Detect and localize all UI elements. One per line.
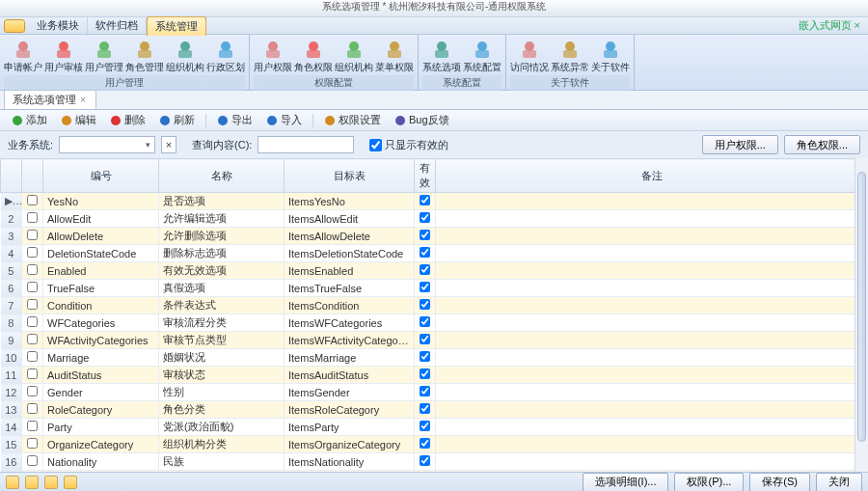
row-select-checkbox[interactable] [27, 438, 38, 449]
row-select-checkbox[interactable] [27, 195, 38, 205]
col-header-3[interactable]: 名称 [159, 159, 285, 193]
edit-button[interactable]: 编辑 [55, 111, 102, 129]
row-valid-checkbox[interactable] [420, 386, 430, 396]
bug-button[interactable]: Bug反馈 [389, 111, 455, 129]
perm-button[interactable]: 权限设置 [318, 111, 387, 129]
col-header-2[interactable]: 编号 [43, 159, 159, 193]
footer-button-2[interactable]: 保存(S) [749, 473, 810, 492]
row-valid-checkbox[interactable] [420, 455, 430, 466]
table-row[interactable]: 5Enabled有效无效选项ItemsEnabled [1, 262, 868, 280]
table-row[interactable]: 4DeletionStateCode删除标志选项ItemsDeletionSta… [1, 245, 868, 262]
row-valid-checkbox[interactable] [420, 230, 430, 240]
ribbon-item-2-0[interactable]: 系统选项 [422, 37, 461, 75]
row-valid-checkbox[interactable] [420, 334, 430, 344]
row-valid-checkbox[interactable] [420, 316, 430, 327]
app-tab-0[interactable]: 业务模块 [29, 16, 88, 36]
ribbon-item-0-4[interactable]: 组织机构 [166, 37, 204, 75]
filter-system-combo[interactable]: ▾ [59, 136, 155, 153]
table-row[interactable]: 3AllowDelete允许删除选项ItemsAllowDelete [1, 228, 868, 245]
footer-button-1[interactable]: 权限(P)... [674, 473, 744, 492]
col-header-1[interactable] [22, 159, 43, 193]
table-row[interactable]: 6TrueFalse真假选项ItemsTrueFalse [1, 280, 868, 297]
ribbon-item-0-2[interactable]: 用户管理 [85, 37, 123, 75]
user-perm-button[interactable]: 用户权限... [702, 135, 778, 154]
row-select-checkbox[interactable] [27, 230, 38, 240]
refresh-button[interactable]: 刷新 [153, 111, 201, 129]
table-row[interactable]: 16Nationality民族ItemsNationality [1, 453, 868, 471]
col-header-6[interactable]: 备注 [436, 159, 868, 193]
table-row[interactable]: 9WFActivityCategories审核节点类型ItemsWFActivi… [1, 332, 868, 349]
ribbon-item-0-1[interactable]: 用户审核 [44, 37, 83, 75]
table-row[interactable]: 12Gender性别ItemsGender [1, 384, 868, 401]
row-select-checkbox[interactable] [27, 455, 38, 466]
row-select-checkbox[interactable] [27, 212, 38, 223]
row-select-checkbox[interactable] [27, 403, 38, 414]
filter-query-input[interactable] [258, 136, 354, 153]
ribbon-item-2-1[interactable]: 系统配置 [463, 37, 502, 75]
row-select-checkbox[interactable] [27, 334, 38, 344]
document-tab-active[interactable]: 系统选项管理 × [4, 90, 96, 109]
row-select-checkbox[interactable] [27, 299, 38, 310]
ribbon-item-3-1[interactable]: 系统异常 [551, 37, 589, 75]
app-tab-2[interactable]: 系统管理 [147, 16, 206, 36]
row-select-checkbox[interactable] [27, 282, 38, 292]
col-header-0[interactable] [1, 159, 22, 193]
app-menu-button[interactable] [4, 19, 25, 33]
col-header-5[interactable]: 有效 [415, 159, 436, 193]
table-row[interactable]: 7Condition条件表达式ItemsCondition [1, 297, 868, 314]
ribbon-item-1-1[interactable]: 角色权限 [294, 37, 333, 75]
row-select-checkbox[interactable] [27, 386, 38, 396]
row-select-checkbox[interactable] [27, 247, 38, 258]
row-valid-checkbox[interactable] [420, 368, 430, 379]
only-valid-checkbox-wrap[interactable]: 只显示有效的 [369, 138, 448, 152]
row-select-checkbox[interactable] [27, 351, 38, 362]
footer-icon-1[interactable] [6, 476, 19, 489]
vertical-scrollbar[interactable] [854, 158, 868, 472]
row-valid-checkbox[interactable] [420, 195, 430, 205]
row-select-checkbox[interactable] [27, 264, 38, 275]
embedded-web-link[interactable]: 嵌入式网页 × [799, 18, 868, 33]
row-valid-checkbox[interactable] [420, 247, 430, 258]
only-valid-checkbox[interactable] [369, 139, 382, 151]
table-row[interactable]: 11AuditStatus审核状态ItemsAuditStatus [1, 367, 868, 384]
table-row[interactable]: 2AllowEdit允许编辑选项ItemsAllowEdit [1, 210, 868, 228]
row-select-checkbox[interactable] [27, 421, 38, 431]
ribbon-item-3-0[interactable]: 访问情况 [510, 37, 549, 75]
footer-icon-3[interactable] [44, 476, 58, 489]
table-row[interactable]: 15OrganizeCategory组织机构分类ItemsOrganizeCat… [1, 436, 868, 453]
role-perm-button[interactable]: 角色权限... [784, 135, 860, 154]
row-select-checkbox[interactable] [27, 316, 38, 327]
footer-icon-4[interactable] [64, 476, 77, 489]
table-row[interactable]: ▶1YesNo是否选项ItemsYesNo [1, 193, 868, 210]
row-valid-checkbox[interactable] [420, 212, 430, 223]
ribbon-item-0-3[interactable]: 角色管理 [125, 37, 164, 75]
ribbon-item-1-0[interactable]: 用户权限 [254, 37, 292, 75]
table-row[interactable]: 13RoleCategory角色分类ItemsRoleCategory [1, 401, 868, 419]
ribbon-item-3-2[interactable]: 关于软件 [591, 37, 630, 75]
footer-button-0[interactable]: 选项明细(I)... [583, 473, 669, 492]
ribbon-item-1-3[interactable]: 菜单权限 [375, 37, 414, 75]
delete-button[interactable]: 删除 [104, 111, 151, 129]
data-grid[interactable]: 编号名称目标表有效备注 ▶1YesNo是否选项ItemsYesNo2AllowE… [0, 158, 868, 472]
ribbon-item-0-0[interactable]: 申请帐户 [4, 37, 42, 75]
row-valid-checkbox[interactable] [420, 403, 430, 414]
close-icon[interactable]: × [80, 95, 86, 105]
col-header-4[interactable]: 目标表 [285, 159, 415, 193]
footer-icon-2[interactable] [25, 476, 39, 489]
row-valid-checkbox[interactable] [420, 282, 430, 292]
add-button[interactable]: 添加 [6, 111, 53, 129]
footer-button-3[interactable]: 关闭 [816, 473, 862, 492]
table-row[interactable]: 14Party党派(政治面貌)ItemsParty [1, 419, 868, 436]
scrollbar-thumb[interactable] [857, 172, 866, 442]
ribbon-item-0-5[interactable]: 行政区划 [206, 37, 245, 75]
export-button[interactable]: 导出 [211, 111, 258, 129]
app-tab-1[interactable]: 软件归档 [88, 16, 147, 36]
ribbon-item-1-2[interactable]: 组织机构 [335, 37, 373, 75]
combo-clear[interactable]: × [161, 136, 176, 153]
row-select-checkbox[interactable] [27, 368, 38, 379]
row-valid-checkbox[interactable] [420, 421, 430, 431]
row-valid-checkbox[interactable] [420, 438, 430, 449]
row-valid-checkbox[interactable] [420, 351, 430, 362]
table-row[interactable]: 10Marriage婚姻状况ItemsMarriage [1, 349, 868, 367]
import-button[interactable]: 导入 [260, 111, 308, 129]
